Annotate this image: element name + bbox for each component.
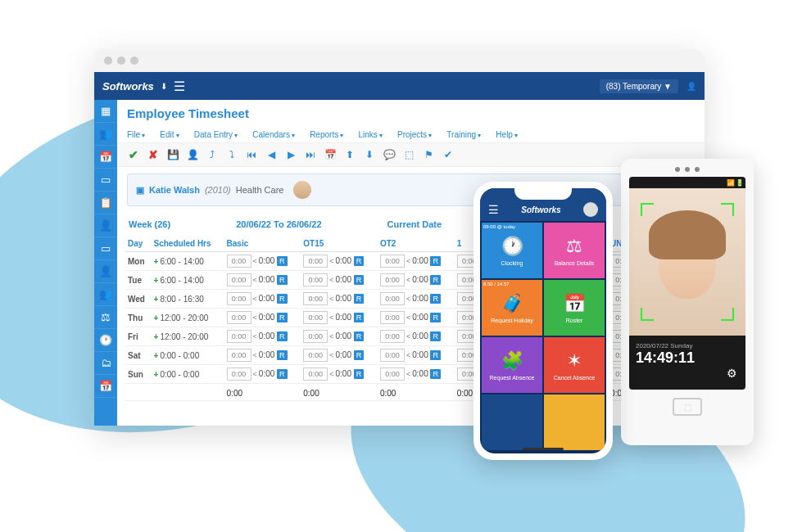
menu-help[interactable]: Help (496, 130, 518, 139)
time-input[interactable] (303, 349, 328, 362)
time-input[interactable] (303, 330, 328, 343)
r-badge[interactable]: R (277, 275, 288, 285)
context-selector[interactable]: (83) Temporary ▼ (600, 79, 678, 93)
app-tile[interactable]: 🧩Request Absence (482, 337, 542, 393)
save-icon[interactable]: ✔ (127, 148, 140, 161)
app-tile[interactable] (544, 394, 605, 450)
first-icon[interactable]: ⏮ (245, 148, 258, 161)
plus-icon[interactable]: + (154, 370, 159, 379)
r-badge[interactable]: R (354, 275, 365, 285)
sidebar-item[interactable]: 👥 (94, 283, 117, 306)
time-input[interactable] (227, 255, 251, 268)
plus-icon[interactable]: + (154, 351, 159, 360)
app-tile[interactable]: 09:00 @ today🕐Clocking (482, 223, 542, 278)
menu-links[interactable]: Links (358, 130, 383, 139)
approve-icon[interactable]: ✔ (442, 148, 455, 161)
flag-icon[interactable]: ⚑ (422, 148, 435, 161)
menu-edit[interactable]: Edit (160, 130, 179, 139)
last-icon[interactable]: ⏭ (304, 148, 317, 161)
time-input[interactable] (380, 311, 405, 324)
time-input[interactable] (380, 330, 405, 343)
tool-icon[interactable]: ⤵ (225, 148, 238, 161)
comment-icon[interactable]: 💬 (383, 148, 396, 161)
r-badge[interactable]: R (430, 350, 441, 360)
sidebar-item[interactable]: 👤 (94, 260, 117, 283)
sidebar-item[interactable]: 📅 (94, 146, 117, 169)
r-badge[interactable]: R (430, 294, 441, 304)
menu-file[interactable]: File (127, 130, 145, 139)
sidebar-item[interactable]: 👥 (94, 123, 117, 146)
r-badge[interactable]: R (277, 256, 288, 266)
sidebar-item[interactable]: 📋 (94, 192, 117, 214)
r-badge[interactable]: R (430, 256, 441, 266)
menu-reports[interactable]: Reports (310, 130, 343, 139)
person-icon[interactable]: 👤 (186, 148, 199, 161)
r-badge[interactable]: R (430, 313, 441, 322)
tool-icon[interactable]: ⬆ (343, 148, 356, 161)
time-input[interactable] (303, 273, 328, 286)
plus-icon[interactable]: + (154, 276, 159, 285)
time-input[interactable] (380, 255, 405, 268)
menu-calendars[interactable]: Calendars (252, 130, 295, 139)
hamburger-icon[interactable]: ☰ (488, 203, 499, 216)
menu-data-entry[interactable]: Data Entry (194, 130, 238, 139)
r-badge[interactable]: R (430, 275, 441, 285)
prev-icon[interactable]: ◀ (265, 148, 278, 161)
time-input[interactable] (303, 311, 328, 324)
next-icon[interactable]: ▶ (284, 148, 297, 161)
time-input[interactable] (303, 367, 328, 381)
menu-projects[interactable]: Projects (397, 130, 432, 139)
plus-icon[interactable]: + (154, 332, 159, 341)
time-input[interactable] (303, 292, 328, 305)
r-badge[interactable]: R (354, 331, 365, 341)
time-input[interactable] (227, 367, 251, 381)
r-badge[interactable]: R (277, 313, 288, 322)
r-badge[interactable]: R (277, 369, 288, 379)
time-input[interactable] (380, 367, 405, 381)
avatar[interactable] (583, 202, 598, 217)
r-badge[interactable]: R (354, 313, 365, 322)
app-tile[interactable]: 8.50 / 14.57🧳Request Holiday (482, 280, 542, 336)
r-badge[interactable]: R (430, 331, 441, 341)
time-input[interactable] (227, 311, 251, 324)
expand-icon[interactable]: ▣ (136, 185, 144, 196)
app-tile[interactable]: ⚖Balance Details (544, 223, 605, 278)
r-badge[interactable]: R (277, 294, 288, 304)
sidebar-item[interactable]: ▭ (94, 237, 117, 260)
calendar-icon[interactable]: 📅 (324, 148, 337, 161)
sidebar-item[interactable]: 👤 (94, 214, 117, 237)
sidebar-item[interactable]: ⚖ (94, 306, 117, 329)
r-badge[interactable]: R (354, 294, 365, 304)
dropdown-icon[interactable]: ⬇ (161, 82, 167, 91)
r-badge[interactable]: R (354, 350, 365, 360)
time-input[interactable] (227, 292, 251, 305)
time-input[interactable] (380, 349, 405, 362)
r-badge[interactable]: R (277, 331, 288, 341)
save-disk-icon[interactable]: 💾 (166, 148, 179, 161)
select-icon[interactable]: ⬚ (402, 148, 415, 161)
time-input[interactable] (380, 292, 405, 305)
time-input[interactable] (227, 330, 251, 343)
app-tile[interactable]: ✶Cancel Absence (544, 337, 605, 393)
r-badge[interactable]: R (354, 369, 365, 379)
plus-icon[interactable]: + (154, 257, 159, 266)
sidebar-item[interactable]: 🗂 (94, 352, 117, 375)
sidebar-item[interactable]: ▦ (94, 100, 117, 123)
employee-name[interactable]: Katie Walsh (149, 185, 200, 195)
time-input[interactable] (303, 255, 328, 268)
sidebar-item[interactable]: 📅 (94, 375, 117, 398)
plus-icon[interactable]: + (154, 295, 159, 304)
plus-icon[interactable]: + (154, 313, 159, 322)
tool-icon[interactable]: ⤴ (206, 148, 219, 161)
hamburger-icon[interactable]: ☰ (174, 79, 185, 94)
cancel-icon[interactable]: ✘ (147, 148, 160, 161)
r-badge[interactable]: R (354, 256, 365, 266)
r-badge[interactable]: R (277, 350, 288, 360)
app-tile[interactable]: 📅Roster (544, 280, 605, 336)
r-badge[interactable]: R (430, 369, 441, 379)
time-input[interactable] (227, 349, 251, 362)
sidebar-item[interactable]: ▭ (94, 169, 117, 192)
tool-icon[interactable]: ⬇ (363, 148, 376, 161)
app-tile[interactable] (482, 394, 542, 450)
current-date-link[interactable]: Current Date (387, 219, 442, 229)
